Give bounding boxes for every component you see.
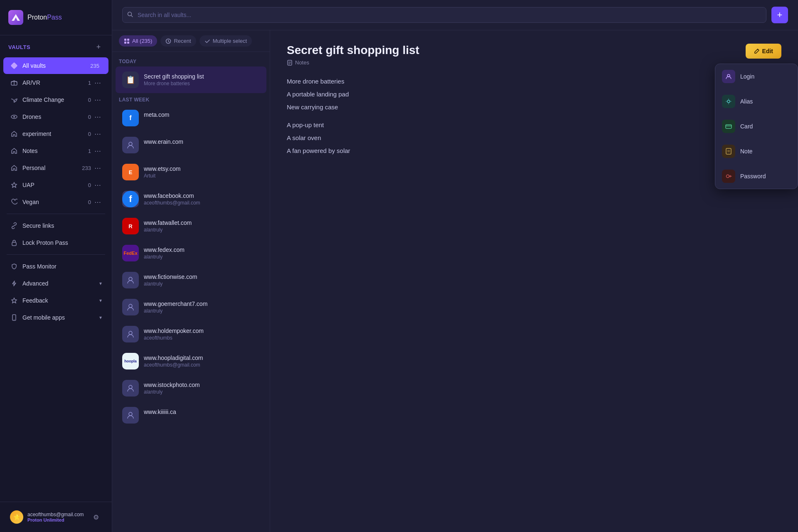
personal-more-button[interactable]: ⋯ [94,164,102,172]
sidebar-item-ar-vr[interactable]: AR/VR 1 ⋯ [3,74,108,91]
uap-more-button[interactable]: ⋯ [94,181,102,189]
sidebar-item-uap[interactable]: UAP 0 ⋯ [3,177,108,193]
filter-recent-button[interactable]: Recent [160,35,196,47]
list-item-fedex[interactable]: FedEx www.fedex.com alantruly [116,240,266,266]
item-info-fedex: www.fedex.com alantruly [144,246,260,260]
sidebar-item-feedback[interactable]: Feedback ▾ [3,292,108,309]
filter-all-button[interactable]: All (235) [119,35,157,47]
user-plan: Proton Unlimited [27,517,86,522]
item-avatar-istockphoto [122,380,139,397]
drones-label: Drones [22,113,88,120]
user-info: aceofthumbs@gmail.com Proton Unlimited [27,512,86,522]
list-item-secret-gift[interactable]: 📋 Secret gift shopping list More drone b… [116,66,266,93]
list-item-fictionwise[interactable]: www.fictionwise.com alantruly [116,267,266,293]
list-item-goemerchant7[interactable]: www.goemerchant7.com alantruly [116,294,266,320]
star-icon-uap [10,181,18,189]
dropdown-item-login[interactable]: Login [715,64,798,89]
add-vault-button[interactable]: + [94,42,103,52]
link-icon [10,222,18,230]
proton-logo-icon [8,10,23,25]
fatwallet-favicon: R [122,218,139,234]
svg-rect-16 [127,42,129,44]
list-item-fatwallet[interactable]: R www.fatwallet.com alantruly [116,213,266,239]
user-settings-button[interactable]: ⚙ [90,511,102,523]
dropdown-item-password[interactable]: Password [715,164,798,189]
dropdown-item-card[interactable]: Card [715,114,798,139]
notes-more-button[interactable]: ⋯ [94,147,102,155]
item-title-facebook: www.facebook.com [144,192,260,199]
search-input[interactable] [122,7,766,23]
item-avatar-holdempoker [122,326,139,342]
item-title-fictionwise: www.fictionwise.com [144,273,260,280]
advanced-chevron-icon: ▾ [99,281,102,286]
search-icon [127,12,133,19]
feedback-label: Feedback [22,297,99,304]
list-item-istockphoto[interactable]: www.istockphoto.com alantruly [116,375,266,401]
sidebar-item-drones[interactable]: Drones 0 ⋯ [3,108,108,125]
ar-vr-count: 1 [88,80,91,86]
svg-point-5 [13,116,15,118]
experiment-count: 0 [88,131,91,137]
ar-vr-more-button[interactable]: ⋯ [94,79,102,87]
sidebar-divider-2 [7,254,105,255]
item-title-goemerchant7: www.goemerchant7.com [144,300,260,307]
item-subtitle-etsy: Artuit [144,173,260,179]
vegan-more-button[interactable]: ⋯ [94,198,102,206]
heart-icon [10,198,18,206]
detail-type: Notes [287,59,419,66]
sidebar-item-mobile-apps[interactable]: Get mobile apps ▾ [3,309,108,326]
item-title-etsy: www.etsy.com [144,165,260,172]
sidebar-item-climate-change[interactable]: Climate Change 0 ⋯ [3,91,108,108]
edit-button[interactable]: Edit [746,44,781,59]
list-item-facebook[interactable]: f www.facebook.com aceofthumbs@gmail.com [116,186,266,212]
detail-line-2: A portable landing pad [287,89,781,100]
sidebar-item-lock[interactable]: Lock Proton Pass [3,234,108,251]
search-container [122,7,766,23]
etsy-favicon: E [122,164,139,180]
sidebar-item-advanced[interactable]: Advanced ▾ [3,275,108,292]
box-icon [10,79,18,87]
list-item-hoopladigital[interactable]: hoopla www.hoopladigital.com aceofthumbs… [116,348,266,374]
new-item-button[interactable]: + [771,7,788,23]
dropdown-alias-label: Alias [740,98,753,105]
item-info-fatwallet: www.fatwallet.com alantruly [144,219,260,233]
list-item-etsy[interactable]: E www.etsy.com Artuit [116,159,266,185]
item-subtitle-kiiiiii [144,416,260,422]
drones-more-button[interactable]: ⋯ [94,113,102,121]
filter-multiple-select-button[interactable]: Multiple select [200,35,252,47]
dropdown-item-note[interactable]: Note [715,139,798,164]
list-item-meta[interactable]: f meta.com [116,105,266,131]
sidebar-item-vegan[interactable]: Vegan 0 ⋯ [3,194,108,210]
app-logo: ProtonPass [0,0,112,35]
list-item-holdempoker[interactable]: www.holdempoker.com aceofthumbs [116,321,266,347]
sidebar-item-all-vaults[interactable]: All vaults 235 [3,57,108,74]
experiment-more-button[interactable]: ⋯ [94,130,102,138]
sidebar-item-personal[interactable]: Personal 233 ⋯ [3,160,108,176]
filter-recent-label: Recent [174,38,191,44]
climate-change-more-button[interactable]: ⋯ [94,96,102,104]
sidebar: ProtonPass Vaults + All vaults 235 AR/VR… [0,0,112,532]
home-icon-personal [10,164,18,172]
item-avatar-fatwallet: R [122,218,139,234]
dropdown-item-alias[interactable]: Alias [715,89,798,114]
item-avatar-meta: f [122,110,139,126]
meta-favicon: f [122,110,139,126]
note-icon: 📋 [126,75,135,84]
item-icon-note: 📋 [122,71,139,88]
list-item-erain[interactable]: www.erain.com [116,132,266,158]
dropdown-password-label: Password [740,173,766,180]
notes-count: 1 [88,148,91,154]
user-profile[interactable]: ⭐ aceofthumbs@gmail.com Proton Unlimited… [7,507,105,527]
sidebar-item-pass-monitor[interactable]: Pass Monitor [3,258,108,275]
facebook-favicon: f [122,191,139,207]
sidebar-item-notes[interactable]: Notes 1 ⋯ [3,143,108,159]
list-item-kiiiiii[interactable]: www.kiiiiii.ca [116,402,266,429]
item-title-erain: www.erain.com [144,138,260,145]
item-subtitle-meta [144,119,260,125]
item-avatar-facebook: f [122,191,139,207]
svg-point-21 [129,331,132,335]
item-info-kiiiiii: www.kiiiiii.ca [144,409,260,422]
secure-links-label: Secure links [22,222,102,229]
sidebar-item-experiment[interactable]: experiment 0 ⋯ [3,126,108,142]
sidebar-item-secure-links[interactable]: Secure links [3,217,108,234]
